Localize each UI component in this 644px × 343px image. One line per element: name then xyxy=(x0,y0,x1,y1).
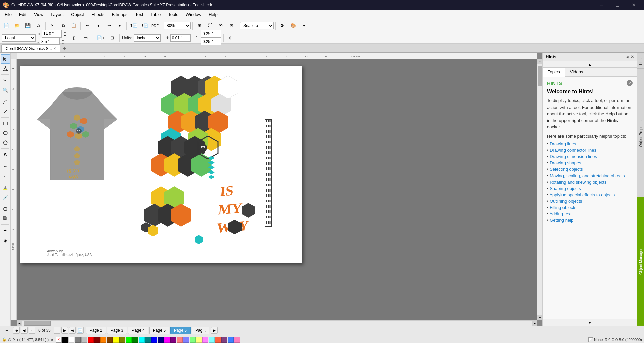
outline-tool[interactable] xyxy=(1,204,10,214)
rect-tool[interactable] xyxy=(1,119,10,128)
hints-scroll-down[interactable]: ▼ xyxy=(543,319,637,326)
horizontal-scrollbar[interactable]: ◀ ▶ xyxy=(17,320,537,326)
teal-swatch[interactable] xyxy=(145,337,151,343)
import-button[interactable]: ⬆📄 xyxy=(128,21,139,30)
blend-tool[interactable]: ✦ xyxy=(1,226,10,235)
nav-prev2-button[interactable]: ‹ xyxy=(29,327,35,334)
canvas-scroll[interactable]: Artwork by José Tzontlimatzi López, USA xyxy=(17,59,537,320)
landscape-button[interactable]: ▭ xyxy=(80,33,91,43)
hints-help-icon[interactable]: ? xyxy=(627,80,633,86)
lightgreen-swatch[interactable] xyxy=(190,337,196,343)
fill-tool[interactable] xyxy=(1,183,10,192)
add-tab-button[interactable]: + xyxy=(61,45,68,52)
lightcyan-swatch[interactable] xyxy=(209,337,215,343)
lightyellow-swatch[interactable] xyxy=(196,337,202,343)
transparency-tool[interactable]: ◈ xyxy=(1,235,10,245)
maximize-button[interactable]: □ xyxy=(610,0,625,10)
magenta-swatch[interactable] xyxy=(164,337,170,343)
select-tool[interactable] xyxy=(1,54,10,64)
hints-link-selecting[interactable]: Selecting objects xyxy=(547,166,633,173)
nav-prev-button[interactable]: ◀ xyxy=(21,327,28,334)
hscroll-left-button[interactable]: ◀ xyxy=(17,321,22,326)
page-tab-2[interactable]: Page 2 xyxy=(86,327,106,334)
nav-next-button[interactable]: ▶ xyxy=(61,327,68,334)
connector-tool[interactable]: ⌐ xyxy=(1,171,10,181)
freehand-tool[interactable] xyxy=(1,97,10,107)
hscroll-right-button[interactable]: ▶ xyxy=(532,321,537,326)
eyedropper-tool[interactable]: 💉 xyxy=(1,193,10,202)
menu-table[interactable]: Table xyxy=(147,11,164,18)
hints-scroll-up[interactable]: ▲ xyxy=(543,61,637,68)
mauve-swatch[interactable] xyxy=(221,337,227,343)
nudge-input[interactable] xyxy=(170,34,191,42)
copy-button[interactable]: ⧉ xyxy=(58,21,68,30)
hints-tab-videos[interactable]: Videos xyxy=(565,68,588,76)
lavender-swatch[interactable] xyxy=(183,337,189,343)
hints-link-connector-lines[interactable]: Drawing connector lines xyxy=(547,147,633,153)
no-fill-swatch[interactable]: ✕ xyxy=(56,337,62,343)
dup-v-input[interactable] xyxy=(201,38,221,45)
navy-swatch[interactable] xyxy=(158,337,164,343)
node-tool[interactable] xyxy=(1,64,10,73)
page-options-button[interactable]: 📄+ xyxy=(96,33,106,43)
save-button[interactable]: 💾 xyxy=(23,21,33,30)
page-options-2[interactable]: ⊞ xyxy=(107,33,117,43)
zoom-to-page-button[interactable]: ⊞ xyxy=(194,21,204,30)
zoom-input[interactable]: 80% 100% 50% xyxy=(164,22,191,29)
yellow-swatch[interactable] xyxy=(113,337,119,343)
artistic-media-tool[interactable] xyxy=(1,107,10,116)
height-down[interactable]: ▼ xyxy=(60,42,66,45)
nav-next2-button[interactable]: › xyxy=(54,327,60,334)
crop-tool[interactable]: ✂ xyxy=(1,76,10,85)
nav-add-page-button[interactable]: + xyxy=(2,326,12,335)
text-tool[interactable]: A xyxy=(1,150,10,159)
hints-link-filling[interactable]: Filling objects xyxy=(547,204,633,211)
height-up[interactable]: ▲ xyxy=(60,38,66,42)
hints-link-dimension-lines[interactable]: Drawing dimension lines xyxy=(547,153,633,160)
royalblue-swatch[interactable] xyxy=(228,337,234,343)
polygon-tool[interactable] xyxy=(1,138,10,147)
page-size-select[interactable]: Legal Letter A4 xyxy=(2,34,36,42)
menu-object[interactable]: Object xyxy=(68,11,87,18)
export-button[interactable]: ⬇📄 xyxy=(139,21,149,30)
olive-swatch[interactable] xyxy=(119,337,125,343)
coral-swatch[interactable] xyxy=(215,337,221,343)
scroll-thumb[interactable] xyxy=(538,66,542,86)
white-swatch[interactable] xyxy=(68,337,74,343)
paste-button[interactable]: 📋 xyxy=(69,21,79,30)
redo-button[interactable]: ↪ xyxy=(104,21,114,30)
new-button[interactable]: 📄 xyxy=(1,21,11,30)
color-dropdown[interactable]: ▾ xyxy=(299,21,309,30)
menu-window[interactable]: Window xyxy=(182,11,205,18)
view-options-button[interactable]: 👁 xyxy=(216,21,226,30)
width-up[interactable]: ▲ xyxy=(62,30,68,34)
page-tab-3[interactable]: Page 3 xyxy=(107,327,127,334)
rose-swatch[interactable] xyxy=(234,337,240,343)
width-input[interactable] xyxy=(42,30,62,38)
view-button-2[interactable]: ⊡ xyxy=(226,21,236,30)
page-tab-more[interactable]: Pag... xyxy=(192,327,209,334)
black-swatch[interactable] xyxy=(62,337,68,343)
panel-hints-label[interactable]: Hints xyxy=(637,53,644,68)
menu-bitmaps[interactable]: Bitmaps xyxy=(108,11,131,18)
nav-last-button[interactable]: ⏭ xyxy=(69,327,76,334)
dimension-tool[interactable]: ↔ xyxy=(1,161,10,171)
shadow-tool[interactable] xyxy=(1,214,10,223)
document-tab[interactable]: CorelDRAW Graphics S... ✕ xyxy=(1,44,60,52)
redo-dropdown[interactable]: ▾ xyxy=(115,21,125,30)
scroll-down-button[interactable]: ▼ xyxy=(537,315,542,320)
purple-swatch[interactable] xyxy=(170,337,176,343)
snap-to-select[interactable]: Snap To xyxy=(240,22,274,29)
page-tab-6[interactable]: Page 6 xyxy=(170,327,191,334)
page-tab-4[interactable]: Page 4 xyxy=(128,327,148,334)
hints-close-button[interactable]: ✕ xyxy=(631,55,634,59)
gray1-swatch[interactable] xyxy=(75,337,81,343)
undo-dropdown[interactable]: ▾ xyxy=(93,21,103,30)
menu-text[interactable]: Text xyxy=(131,11,146,18)
close-button[interactable]: ✕ xyxy=(626,0,641,10)
color-settings-button[interactable]: 🎨 xyxy=(288,21,298,30)
menu-file[interactable]: File xyxy=(1,11,15,18)
page-forward-btn[interactable]: ► xyxy=(51,338,54,342)
hscroll-thumb[interactable] xyxy=(24,321,51,326)
hints-expand-button[interactable]: ◄ xyxy=(625,55,629,59)
